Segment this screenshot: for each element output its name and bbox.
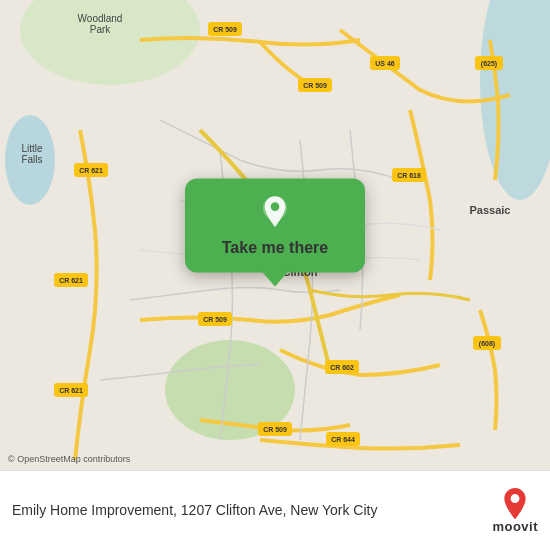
- svg-text:CR 509: CR 509: [213, 26, 237, 33]
- svg-text:CR 621: CR 621: [79, 167, 103, 174]
- svg-text:Park: Park: [90, 24, 112, 35]
- svg-text:CR 618: CR 618: [397, 172, 421, 179]
- svg-text:US 46: US 46: [375, 60, 395, 67]
- moovit-text: moovit: [492, 519, 538, 534]
- svg-text:CR 644: CR 644: [331, 436, 355, 443]
- svg-text:Passaic: Passaic: [470, 204, 511, 216]
- location-pin-icon: [257, 195, 293, 231]
- svg-text:Woodland: Woodland: [78, 13, 123, 24]
- bottom-bar: Emily Home Improvement, 1207 Clifton Ave…: [0, 470, 550, 550]
- take-me-there-button[interactable]: Take me there: [222, 239, 328, 257]
- svg-text:CR 621: CR 621: [59, 277, 83, 284]
- svg-point-39: [511, 494, 520, 503]
- svg-text:CR 602: CR 602: [330, 364, 354, 371]
- svg-text:Falls: Falls: [21, 154, 42, 165]
- svg-point-38: [271, 202, 280, 211]
- moovit-logo-icon: [501, 487, 529, 519]
- map-container: CR 509 CR 509 CR 509 CR 509 CR 621 CR 62…: [0, 0, 550, 470]
- svg-text:(608): (608): [479, 340, 495, 348]
- popup-card: Take me there: [185, 179, 365, 273]
- address-text: Emily Home Improvement, 1207 Clifton Ave…: [12, 501, 480, 521]
- svg-text:Little: Little: [21, 143, 43, 154]
- svg-text:CR 509: CR 509: [303, 82, 327, 89]
- svg-text:(625): (625): [481, 60, 497, 68]
- moovit-logo: moovit: [492, 487, 538, 534]
- svg-text:CR 621: CR 621: [59, 387, 83, 394]
- svg-text:CR 509: CR 509: [203, 316, 227, 323]
- svg-text:CR 509: CR 509: [263, 426, 287, 433]
